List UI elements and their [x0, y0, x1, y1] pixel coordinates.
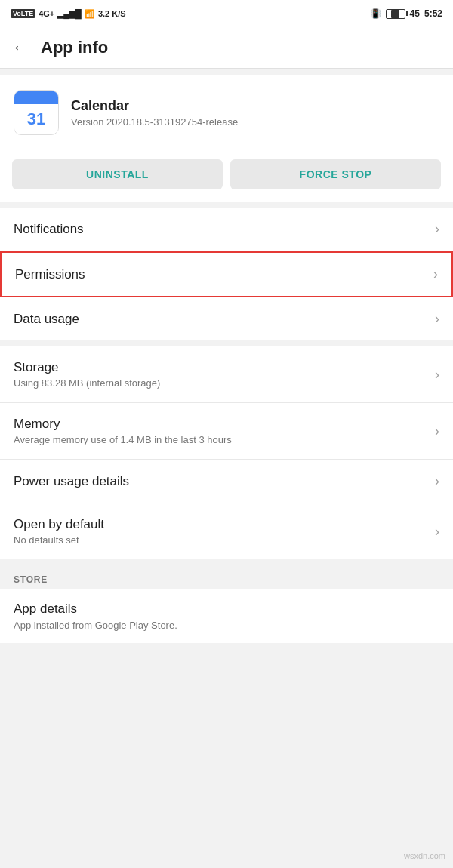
- app-version: Version 2020.18.5-313192754-release: [71, 116, 238, 128]
- section-divider-3: [0, 559, 453, 565]
- battery-icon: [386, 9, 405, 19]
- menu-item-storage[interactable]: Storage Using 83.28 MB (internal storage…: [0, 346, 453, 403]
- permissions-label: Permissions: [15, 267, 85, 282]
- page-title: App info: [41, 38, 108, 57]
- vibrate-icon: 📳: [370, 8, 381, 19]
- chevron-right-icon: ›: [435, 423, 439, 439]
- chevron-right-icon: ›: [435, 311, 439, 327]
- action-buttons: UNINSTALL FORCE STOP: [0, 150, 453, 202]
- chevron-right-icon: ›: [433, 266, 438, 282]
- data-usage-label: Data usage: [14, 312, 79, 327]
- power-usage-label: Power usage details: [14, 474, 129, 489]
- status-left: VoLTE 4G+ ▂▄▆█ 📶 3.2 K/S: [11, 9, 126, 19]
- clock: 5:52: [424, 8, 442, 19]
- watermark: wsxdn.com: [404, 851, 445, 860]
- section-divider-1: [0, 202, 453, 208]
- memory-subtitle: Average memory use of 1.4 MB in the last…: [14, 434, 232, 445]
- signal-bars-icon: ▂▄▆█: [57, 9, 82, 19]
- app-details-title: App details: [14, 602, 439, 617]
- store-section-label: STORE: [0, 565, 453, 589]
- memory-label: Memory: [14, 417, 232, 432]
- menu-section-top: Notifications › Permissions › Data usage…: [0, 208, 453, 340]
- app-info-text: Calendar Version 2020.18.5-313192754-rel…: [71, 98, 238, 128]
- app-header: ← App info: [0, 27, 453, 69]
- chevron-right-icon: ›: [435, 473, 439, 489]
- battery-level: 45: [410, 8, 420, 19]
- calendar-header-bar: [14, 91, 58, 104]
- menu-item-open-by-default[interactable]: Open by default No defaults set ›: [0, 503, 453, 559]
- menu-section-details: Storage Using 83.28 MB (internal storage…: [0, 346, 453, 559]
- wifi-icon: 📶: [85, 9, 95, 19]
- calendar-day-number: 31: [14, 104, 58, 134]
- app-name: Calendar: [71, 98, 238, 114]
- force-stop-button[interactable]: FORCE STOP: [230, 159, 441, 189]
- menu-item-data-usage[interactable]: Data usage ›: [0, 297, 453, 340]
- app-icon: 31: [14, 90, 59, 135]
- app-details-subtitle: App installed from Google Play Store.: [14, 620, 439, 631]
- section-divider-2: [0, 340, 453, 346]
- back-button[interactable]: ←: [12, 39, 29, 56]
- volte-indicator: VoLTE: [11, 9, 35, 18]
- app-card: 31 Calendar Version 2020.18.5-313192754-…: [0, 75, 453, 150]
- open-by-default-label: Open by default: [14, 517, 104, 532]
- menu-item-memory[interactable]: Memory Average memory use of 1.4 MB in t…: [0, 403, 453, 460]
- chevron-right-icon: ›: [435, 221, 439, 237]
- chevron-right-icon: ›: [435, 367, 439, 383]
- uninstall-button[interactable]: UNINSTALL: [12, 159, 223, 189]
- notifications-label: Notifications: [14, 222, 84, 237]
- menu-item-permissions[interactable]: Permissions ›: [0, 251, 453, 297]
- chevron-right-icon: ›: [435, 524, 439, 540]
- open-by-default-subtitle: No defaults set: [14, 534, 104, 546]
- storage-label: Storage: [14, 360, 160, 375]
- storage-subtitle: Using 83.28 MB (internal storage): [14, 377, 160, 389]
- menu-item-power-usage[interactable]: Power usage details ›: [0, 460, 453, 503]
- menu-item-notifications[interactable]: Notifications ›: [0, 208, 453, 251]
- network-indicator: 4G+: [39, 9, 54, 18]
- store-section: App details App installed from Google Pl…: [0, 589, 453, 643]
- status-right: 📳 45 5:52: [370, 8, 442, 19]
- speed-indicator: 3.2 K/S: [98, 9, 126, 18]
- status-bar: VoLTE 4G+ ▂▄▆█ 📶 3.2 K/S 📳 45 5:52: [0, 0, 453, 27]
